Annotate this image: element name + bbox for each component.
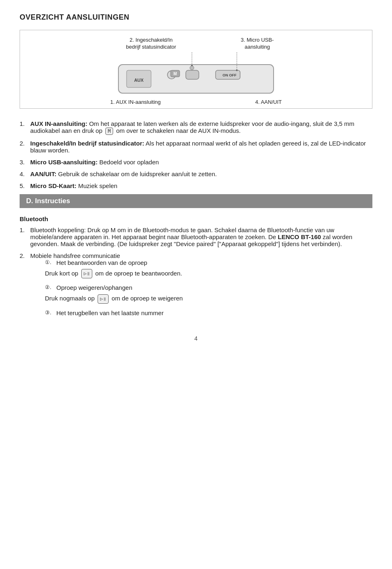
- diagram-bottom-labels: 1. AUX IN-aansluiting 4. AAN/UIT: [110, 99, 282, 105]
- page-number: 4: [20, 335, 372, 342]
- svg-text:ON  OFF: ON OFF: [223, 73, 236, 77]
- item-5-title: Micro SD-Kaart:: [30, 182, 76, 189]
- bluetooth-item-2-content: Mobiele handsfree communicatie ①. Het be…: [30, 252, 372, 322]
- bluetooth-heading: Bluetooth: [20, 215, 372, 222]
- bluetooth-item-1-num: 1.: [20, 226, 27, 233]
- item-3: 3. Micro USB-aansluiting: Bedoeld voor o…: [20, 159, 372, 166]
- subitem-1-circle: ①.: [45, 259, 53, 265]
- item-2-title: Ingeschakeld/In bedrijf statusindicator:: [30, 140, 144, 147]
- bluetooth-item-2-text: Mobiele handsfree communicatie: [30, 252, 120, 259]
- item-5-num: 5.: [20, 182, 27, 189]
- item-1-title: AUX IN-aansluiting:: [30, 120, 87, 127]
- section-d-label: D. Instructies: [26, 197, 70, 205]
- diagram-label-1: 1. AUX IN-aansluiting: [110, 99, 161, 105]
- svg-text:AUX: AUX: [134, 78, 144, 83]
- bluetooth-product-name: LENCO BT-160: [278, 233, 321, 240]
- item-4-text-main: Gebruik de schakelaar om de luidspreker …: [58, 170, 217, 177]
- item-4: 4. AAN/UIT: Gebruik de schakelaar om de …: [20, 170, 372, 177]
- subitem-1-block: ①. Het beantwoorden van de oproep Druk k…: [38, 259, 372, 279]
- subitem-3-block: ③. Het terugbellen van het laatste numme…: [38, 309, 372, 316]
- device-diagram: AUX ON OFF M: [110, 52, 282, 97]
- svg-point-12: [191, 65, 193, 66]
- subitem-3: ③. Het terugbellen van het laatste numme…: [45, 309, 372, 316]
- diagram-label-4: 4. AAN/UIT: [255, 99, 282, 105]
- subitem-2-circle: ②.: [45, 284, 53, 290]
- diagram-top-labels: 2. Ingeschakeld/In bedrijf statusindicat…: [27, 37, 365, 51]
- svg-text:M: M: [174, 72, 177, 76]
- item-5-text-main: Muziek spelen: [78, 182, 118, 189]
- svg-point-4: [190, 66, 194, 70]
- svg-rect-5: [186, 70, 199, 79]
- item-2-num: 2.: [20, 140, 27, 147]
- bluetooth-item-2: 2. Mobiele handsfree communicatie ①. Het…: [20, 252, 372, 322]
- item-2-content: Ingeschakeld/In bedrijf statusindicator:…: [30, 140, 372, 154]
- item-3-text-main: Bedoeld voor opladen: [99, 159, 159, 166]
- item-1-content: AUX IN-aansluiting: Om het apparaat te l…: [30, 120, 372, 135]
- item-3-title: Micro USB-aansluiting:: [30, 159, 98, 166]
- subitem-2-title: Oproep weigeren/ophangen: [56, 284, 132, 291]
- subitem-2: ②. Oproep weigeren/ophangen: [45, 284, 372, 291]
- item-3-num: 3.: [20, 159, 27, 166]
- subitem-3-title: Het terugbellen van het laatste nummer: [56, 309, 164, 316]
- subitem-2-block: ②. Oproep weigeren/ophangen Druk nogmaal…: [38, 284, 372, 304]
- subitem-2-druk: Druk nogmaals op ▷॥ om de oproep te weig…: [45, 293, 372, 304]
- item-4-content: AAN/UIT: Gebruik de schakelaar om de lui…: [30, 170, 372, 177]
- diagram-label-3: 3. Micro USB-aansluiting: [229, 37, 286, 51]
- item-1-num: 1.: [20, 120, 27, 127]
- subitem-1: ①. Het beantwoorden van de oproep: [45, 259, 372, 266]
- item-4-num: 4.: [20, 170, 27, 177]
- bluetooth-item-2-num: 2.: [20, 252, 27, 259]
- svg-point-13: [236, 69, 238, 71]
- item-1: 1. AUX IN-aansluiting: Om het apparaat t…: [20, 120, 372, 135]
- subitem-2-btn: ▷॥: [98, 294, 109, 304]
- item-1-text2: om over te schakelen naar de AUX IN-modu…: [116, 127, 241, 134]
- subitem-3-circle: ③.: [45, 309, 53, 316]
- subitem-1-btn: ▷॥: [81, 269, 92, 278]
- item-4-title: AAN/UIT:: [30, 170, 56, 177]
- item-5: 5. Micro SD-Kaart: Muziek spelen: [20, 182, 372, 189]
- diagram-label-2: 2. Ingeschakeld/In bedrijf statusindicat…: [122, 37, 180, 51]
- item-3-content: Micro USB-aansluiting: Bedoeld voor opla…: [30, 159, 372, 166]
- item-1-btn: M: [105, 128, 113, 135]
- subitem-1-title: Het beantwoorden van de oproep: [56, 259, 147, 266]
- section-d-header: D. Instructies: [20, 194, 372, 208]
- item-2: 2. Ingeschakeld/In bedrijf statusindicat…: [20, 140, 372, 154]
- bluetooth-item-1: 1. Bluetooth koppeling: Druk op M om in …: [20, 226, 372, 247]
- diagram-area: 2. Ingeschakeld/In bedrijf statusindicat…: [20, 30, 372, 109]
- item-5-content: Micro SD-Kaart: Muziek spelen: [30, 182, 372, 189]
- page-title: OVERZICHT AANSLUITINGEN: [20, 13, 372, 22]
- bluetooth-item-1-content: Bluetooth koppeling: Druk op M om in de …: [30, 226, 372, 247]
- subitem-1-druk: Druk kort op ▷॥ om de oproep te beantwoo…: [45, 269, 372, 279]
